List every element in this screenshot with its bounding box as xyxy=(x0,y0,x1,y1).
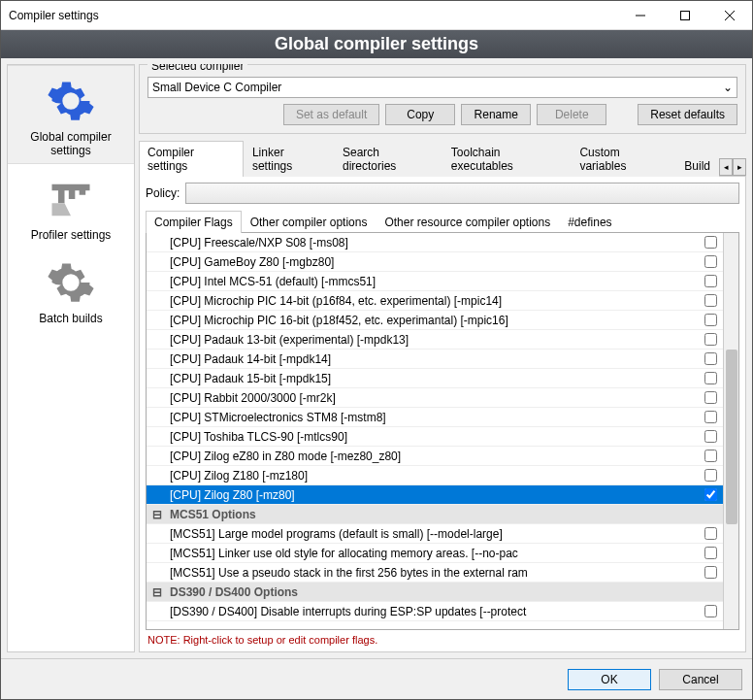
flag-row[interactable]: [MCS51] Use a pseudo stack in the first … xyxy=(147,563,723,583)
sidebar-item-label: Batch builds xyxy=(10,312,132,325)
flag-checkbox[interactable] xyxy=(704,314,717,326)
flag-row[interactable]: [CPU] Microchip PIC 14-bit (p16f84, etc.… xyxy=(147,291,723,311)
flag-label: [CPU] Padauk 13-bit (experimental) [-mpd… xyxy=(166,333,698,347)
tab-build[interactable]: Build xyxy=(675,154,719,177)
flag-checkbox[interactable] xyxy=(704,430,717,443)
subtab-other-compiler-options[interactable]: Other compiler options xyxy=(242,211,376,233)
chevron-down-icon: ⌄ xyxy=(723,81,733,94)
reset-defaults-button[interactable]: Reset defaults xyxy=(638,104,737,125)
minimize-button[interactable] xyxy=(618,1,663,30)
compiler-dropdown[interactable]: Small Device C Compiler ⌄ xyxy=(147,77,737,98)
flag-row[interactable]: [CPU] Zilog Z80 [-mz80] xyxy=(147,485,723,505)
category-label: MCS51 Options xyxy=(166,508,723,521)
flag-label: [CPU] Microchip PIC 16-bit (p18f452, etc… xyxy=(166,314,698,327)
flag-row[interactable]: [CPU] Toshiba TLCS-90 [-mtlcs90] xyxy=(147,427,723,447)
scrollbar-thumb[interactable] xyxy=(726,350,737,524)
scrollbar[interactable] xyxy=(723,233,738,629)
dialog-footer: OK Cancel xyxy=(1,658,752,699)
flag-row[interactable]: [MCS51] Linker use old style for allocat… xyxy=(147,544,723,563)
flag-label: [CPU] Padauk 15-bit [-mpdk15] xyxy=(166,372,698,385)
flag-row[interactable]: [MCS51] Large model programs (default is… xyxy=(147,524,723,544)
flag-label: [DS390 / DS400] Disable interrupts durin… xyxy=(166,605,698,618)
flag-row[interactable]: [CPU] Zilog eZ80 in Z80 mode [-mez80_z80… xyxy=(147,447,723,466)
flag-checkbox[interactable] xyxy=(704,236,717,249)
flag-checkbox[interactable] xyxy=(704,547,717,559)
flag-row[interactable]: [CPU] STMicroelectronics STM8 [-mstm8] xyxy=(147,408,723,427)
sidebar-item-label: Profiler settings xyxy=(10,228,132,242)
flag-checkbox[interactable] xyxy=(704,411,717,423)
collapse-icon[interactable]: ⊟ xyxy=(152,585,166,599)
flag-label: [CPU] Rabbit 2000/3000 [-mr2k] xyxy=(166,391,698,405)
set-default-button[interactable]: Set as default xyxy=(283,104,379,125)
rename-button[interactable]: Rename xyxy=(461,104,531,125)
batch-icon xyxy=(42,255,100,310)
flag-checkbox[interactable] xyxy=(704,469,717,482)
tab-compiler-settings[interactable]: Compiler settings xyxy=(139,141,244,177)
page-header: Global compiler settings xyxy=(1,30,752,58)
flag-row[interactable]: [CPU] Padauk 13-bit (experimental) [-mpd… xyxy=(147,330,723,350)
svg-rect-1 xyxy=(681,11,690,19)
flag-checkbox[interactable] xyxy=(704,605,717,617)
flag-checkbox[interactable] xyxy=(704,527,717,540)
ok-button[interactable]: OK xyxy=(568,669,651,690)
flag-label: [CPU] Intel MCS-51 (default) [-mmcs51] xyxy=(166,275,698,288)
flag-checkbox[interactable] xyxy=(704,294,717,307)
flag-checkbox[interactable] xyxy=(704,488,717,501)
copy-button[interactable]: Copy xyxy=(385,104,455,125)
main-tabs: Compiler settingsLinker settingsSearch d… xyxy=(139,140,746,177)
sidebar-item-label: Global compiler settings xyxy=(10,130,132,157)
sidebar-item-batch[interactable]: Batch builds xyxy=(8,248,134,331)
flag-checkbox[interactable] xyxy=(704,333,717,346)
sub-tabs: Compiler FlagsOther compiler optionsOthe… xyxy=(146,210,739,233)
group-label: Selected compiler xyxy=(147,64,247,73)
flag-label: [CPU] Padauk 14-bit [-mpdk14] xyxy=(166,352,698,366)
subtab-compiler-flags[interactable]: Compiler Flags xyxy=(146,211,242,233)
flag-label: [CPU] Zilog eZ80 in Z80 mode [-mez80_z80… xyxy=(166,450,698,463)
flag-category[interactable]: ⊟DS390 / DS400 Options xyxy=(147,583,723,602)
flag-row[interactable]: [CPU] Padauk 14-bit [-mpdk14] xyxy=(147,350,723,369)
delete-button[interactable]: Delete xyxy=(537,104,606,125)
flag-label: [CPU] Freescale/NXP S08 [-ms08] xyxy=(166,236,698,250)
flag-checkbox[interactable] xyxy=(704,372,717,384)
flag-checkbox[interactable] xyxy=(704,566,717,579)
flag-row[interactable]: [CPU] GameBoy Z80 [-mgbz80] xyxy=(147,252,723,272)
flag-checkbox[interactable] xyxy=(704,255,717,268)
flag-checkbox[interactable] xyxy=(704,275,717,287)
tab-linker-settings[interactable]: Linker settings xyxy=(244,141,334,177)
flag-label: [MCS51] Large model programs (default is… xyxy=(166,527,698,541)
flag-row[interactable]: [CPU] Microchip PIC 16-bit (p18f452, etc… xyxy=(147,311,723,330)
compiler-value: Small Device C Compiler xyxy=(152,81,281,94)
flag-row[interactable]: [CPU] Zilog Z180 [-mz180] xyxy=(147,466,723,485)
flag-checkbox[interactable] xyxy=(704,352,717,365)
flag-row[interactable]: [CPU] Freescale/NXP S08 [-ms08] xyxy=(147,233,723,252)
flag-category[interactable]: ⊟MCS51 Options xyxy=(147,505,723,524)
flag-row[interactable]: [CPU] Intel MCS-51 (default) [-mmcs51] xyxy=(147,272,723,291)
flag-label: [CPU] Toshiba TLCS-90 [-mtlcs90] xyxy=(166,430,698,444)
flag-label: [CPU] Zilog Z80 [-mz80] xyxy=(166,488,698,502)
cancel-button[interactable]: Cancel xyxy=(659,669,742,690)
tab-search-directories[interactable]: Search directories xyxy=(334,141,442,177)
subtab-other-resource-compiler-options[interactable]: Other resource compiler options xyxy=(376,211,559,233)
close-button[interactable] xyxy=(707,1,752,30)
flags-tree[interactable]: [CPU] Freescale/NXP S08 [-ms08][CPU] Gam… xyxy=(147,233,723,629)
flags-note: NOTE: Right-click to setup or edit compi… xyxy=(146,630,739,646)
flag-row[interactable]: [CPU] Padauk 15-bit [-mpdk15] xyxy=(147,369,723,388)
global-icon xyxy=(42,74,100,128)
maximize-button[interactable] xyxy=(663,1,707,30)
flag-checkbox[interactable] xyxy=(704,391,717,404)
window-title: Compiler settings xyxy=(9,9,618,22)
flag-checkbox[interactable] xyxy=(704,450,717,462)
tab-scroll-right[interactable]: ▸ xyxy=(733,158,746,176)
flag-row[interactable]: [DS390 / DS400] Disable interrupts durin… xyxy=(147,602,723,621)
tab-toolchain-executables[interactable]: Toolchain executables xyxy=(442,141,572,177)
tab-scroll-left[interactable]: ◂ xyxy=(719,158,733,176)
sidebar-item-profiler[interactable]: Profiler settings xyxy=(8,164,134,248)
sidebar-item-global[interactable]: Global compiler settings xyxy=(8,65,134,164)
flag-label: [MCS51] Use a pseudo stack in the first … xyxy=(166,566,698,580)
subtab--defines[interactable]: #defines xyxy=(559,211,620,233)
collapse-icon[interactable]: ⊟ xyxy=(152,508,166,521)
tab-custom-variables[interactable]: Custom variables xyxy=(571,141,675,177)
flag-label: [CPU] Zilog Z180 [-mz180] xyxy=(166,469,698,483)
policy-dropdown[interactable] xyxy=(185,183,739,204)
flag-row[interactable]: [CPU] Rabbit 2000/3000 [-mr2k] xyxy=(147,388,723,408)
